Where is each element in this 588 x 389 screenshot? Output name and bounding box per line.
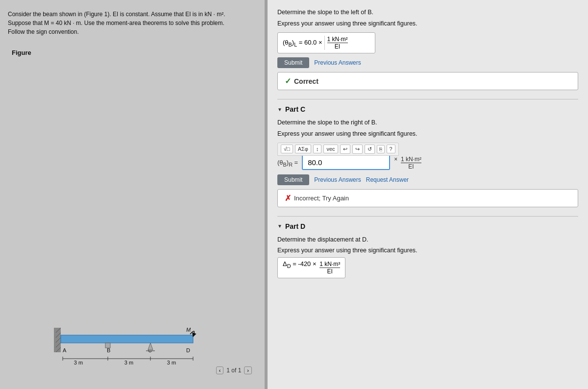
part-c-desc2: Express your answer using three signific… [277, 129, 578, 139]
problem-line3: Follow the sign convention. [8, 28, 79, 35]
part-c-input-field[interactable]: 80.0 [302, 156, 390, 170]
beam-diagram: A B C D M 3 m [39, 281, 225, 369]
right-panel: Determine the slope to the left of B. Ex… [268, 0, 588, 389]
point-d-label: D [186, 347, 190, 353]
point-b-label: B [107, 347, 110, 353]
part-c-desc1: Determine the slope to the right of B. [277, 118, 578, 127]
dim-cd-label: 3 m [167, 360, 176, 365]
left-panel: Consider the beam shown in (Figure 1). E… [0, 0, 265, 389]
incorrect-text: Incorrect; Try Again [294, 194, 349, 202]
part-c-submit-button[interactable]: Submit [277, 174, 309, 185]
correct-text: Correct [294, 77, 318, 85]
vec-button[interactable]: vec [323, 145, 338, 153]
part-c-request-answer-link[interactable]: Request Answer [366, 176, 409, 183]
sqrt-button[interactable]: √□ [281, 145, 293, 153]
page-nav: ‹ 1 of 1 › [216, 366, 252, 374]
part-c-prev-answers-link[interactable]: Previous Answers [314, 176, 361, 183]
undo-button[interactable]: ↩ [340, 145, 350, 154]
problem-line2: Suppose that M = 40 kN · m. Use the mome… [8, 20, 224, 26]
moment-label: M [186, 327, 191, 333]
part-b-correct-box: ✓ Correct [277, 72, 578, 90]
x-icon: ✗ [285, 194, 291, 203]
section-divider-bc [277, 99, 578, 99]
part-c-prefix: (θB)R = [277, 159, 298, 168]
part-d-title: Part D [285, 222, 305, 230]
editor-button[interactable]: ⎘ [377, 145, 385, 153]
part-d-answer-box: ΔD = -420 × 1 kN·m³ EI [277, 257, 345, 278]
part-d-desc1: Determine the displacement at D. [277, 235, 578, 244]
section-divider-cd [277, 216, 578, 217]
part-b-desc2: Express your answer using three signific… [277, 19, 578, 28]
part-b-answer-row: (θB)L = 60.0 × 1 kN·m² EI [277, 32, 578, 54]
redo-button[interactable]: ↪ [352, 145, 363, 154]
part-c-submit-row: Submit Previous Answers Request Answer [277, 174, 578, 185]
problem-description: Consider the beam shown in (Figure 1). E… [8, 10, 257, 36]
figure-label: Figure [12, 49, 31, 56]
part-c-math-input-row: (θB)R = 80.0 × 1 kN·m² EI [277, 156, 578, 170]
dim-ab-label: 3 m [74, 360, 83, 365]
math-toolbar: √□ AΣφ ↕ vec ↩ ↪ ↺ ⎘ ? [277, 143, 399, 156]
problem-line1: Consider the beam shown in (Figure 1). E… [8, 11, 225, 18]
part-c-unit: × 1 kN·m² EI [394, 156, 421, 170]
support-c [148, 343, 153, 350]
point-a-label: A [63, 347, 67, 353]
help-button[interactable]: ? [387, 145, 395, 153]
part-d-prefix: ΔD = -420 × [283, 260, 318, 267]
page-indicator: 1 of 1 [226, 367, 241, 374]
part-d-unit: 1 kN·m³ EI [319, 261, 340, 275]
asigma-button[interactable]: AΣφ [295, 145, 311, 153]
part-d-triangle-icon: ▼ [277, 223, 282, 229]
part-c-title: Part C [285, 105, 305, 113]
part-d-desc2: Express your answer using three signific… [277, 246, 578, 255]
part-b-answer-prefix: (θB)L = 60.0 × [283, 39, 322, 48]
part-b-submit-row: Submit Previous Answers [277, 57, 578, 68]
dim-bc-label: 3 m [124, 360, 133, 365]
part-d-section: ▼ Part D Determine the displacement at D… [277, 222, 578, 278]
part-c-incorrect-box: ✗ Incorrect; Try Again [277, 189, 578, 207]
part-c-triangle-icon: ▼ [277, 107, 282, 112]
part-c-section: ▼ Part C Determine the slope to the righ… [277, 105, 578, 207]
part-c-header: ▼ Part C [277, 105, 578, 113]
moment-arrow [190, 331, 194, 335]
part-b-section: Determine the slope to the left of B. Ex… [277, 8, 578, 90]
part-b-answer-box: (θB)L = 60.0 × 1 kN·m² EI [277, 32, 375, 54]
part-d-header: ▼ Part D [277, 222, 578, 230]
beam-body [61, 335, 193, 343]
figure-area: Figure A B C D M [8, 44, 257, 379]
updown-button[interactable]: ↕ [313, 145, 322, 153]
part-b-unit: 1 kN·m² EI [324, 36, 348, 50]
part-b-desc1: Determine the slope to the left of B. [277, 8, 578, 17]
checkmark-icon: ✓ [285, 76, 291, 86]
part-b-submit-button[interactable]: Submit [277, 57, 309, 68]
next-page-button[interactable]: › [244, 366, 252, 374]
support-b [105, 343, 110, 348]
prev-page-button[interactable]: ‹ [216, 366, 224, 374]
part-d-answer-row: ΔD = -420 × 1 kN·m³ EI [277, 257, 578, 278]
part-b-prev-answers-link[interactable]: Previous Answers [314, 59, 361, 66]
part-c-input-area: √□ AΣφ ↕ vec ↩ ↪ ↺ ⎘ ? (θB)R = 80.0 × [277, 143, 578, 170]
refresh-button[interactable]: ↺ [365, 145, 375, 154]
part-c-value: 80.0 [308, 158, 322, 167]
